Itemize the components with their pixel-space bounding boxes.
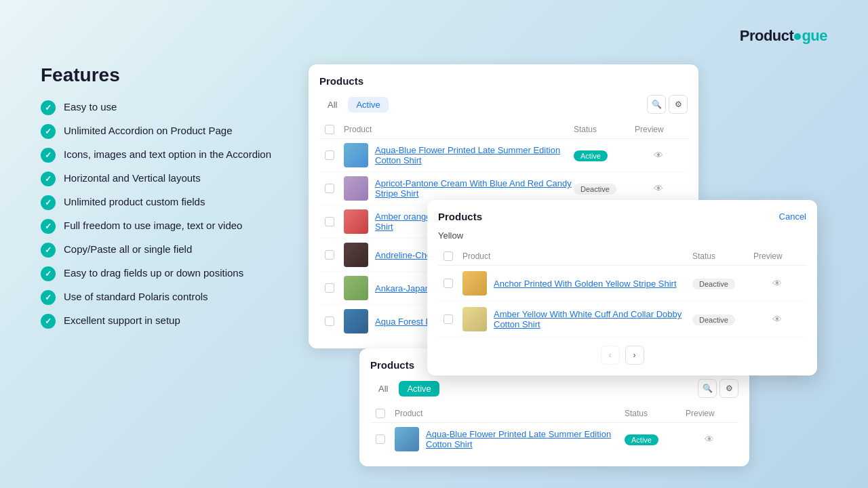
filter-label: Yellow (438, 230, 806, 241)
bottom-tab-actions: 🔍 ⚙ (698, 379, 738, 398)
row-checkbox[interactable] (443, 314, 453, 324)
product-name-link[interactable]: Apricot-Pantone Cream With Blue And Red … (375, 178, 574, 199)
status-badge: Deactive (574, 184, 616, 195)
check-icon (41, 171, 56, 186)
table-row: Anchor Printed With Golden Yellow Stripe… (438, 266, 806, 302)
logo-dot-icon (794, 33, 801, 40)
features-section: Features Easy to use Unlimited Accordion… (41, 64, 298, 337)
check-icon (41, 266, 56, 281)
row-checkbox[interactable] (325, 150, 334, 160)
feature-item: Use of standard Polaris controls (41, 289, 298, 305)
check-icon (41, 148, 56, 163)
feature-text: Unlimited product custom fields (64, 195, 205, 209)
feature-item: Full freedom to use image, text or video (41, 218, 298, 234)
bottom-tab-active[interactable]: Active (399, 381, 439, 396)
product-thumbnail (344, 209, 368, 234)
table-row: Aqua-Blue Flower Printed Late Summer Edi… (319, 139, 688, 172)
cancel-button[interactable]: Cancel (779, 211, 806, 222)
feature-item: Unlimited Accordion on Product Page (41, 123, 298, 139)
product-name-link[interactable]: Aqua-Blue Flower Printed Late Summer Edi… (375, 145, 574, 165)
row-checkbox[interactable] (443, 279, 453, 288)
feature-item: Easy to use (41, 100, 298, 115)
product-info: Aqua-Blue Flower Printed Late Summer Edi… (344, 143, 574, 167)
row-checkbox[interactable] (325, 217, 334, 226)
bottom-tab-all[interactable]: All (370, 381, 396, 396)
next-page-button[interactable]: › (625, 346, 644, 365)
product-info: Apricot-Pantone Cream With Blue And Red … (344, 176, 574, 201)
yellow-filter-modal: Products Cancel Yellow Product Status Pr… (427, 200, 817, 375)
check-icon (41, 124, 56, 139)
preview-eye-icon[interactable]: 👁 (635, 183, 682, 194)
checkbox-header (325, 125, 344, 134)
preview-eye-icon[interactable]: 👁 (635, 150, 682, 161)
status-col-header: Status (692, 251, 753, 261)
product-col-header: Product (395, 409, 625, 418)
product-info: Aqua-Blue Flower Printed Late Summer Edi… (395, 427, 625, 451)
product-thumbnail (344, 309, 368, 333)
table-header: Product Status Preview (319, 121, 688, 139)
product-info: Amber Yellow With White Cuff And Collar … (462, 307, 692, 331)
main-panel-title: Products (319, 75, 688, 87)
feature-text: Unlimited Accordion on Product Page (64, 123, 232, 138)
feature-item: Icons, images and text option in the Acc… (41, 147, 298, 163)
preview-eye-icon[interactable]: 👁 (753, 278, 801, 289)
preview-col-header: Preview (686, 409, 733, 418)
product-thumbnail (462, 307, 487, 331)
status-badge: Deactive (692, 314, 735, 325)
feature-item: Unlimited product custom fields (41, 195, 298, 210)
check-icon (41, 195, 56, 210)
modal-title: Products (438, 211, 482, 222)
bottom-search-button[interactable]: 🔍 (698, 379, 717, 398)
product-thumbnail (344, 143, 368, 167)
tab-active[interactable]: Active (348, 97, 388, 113)
row-checkbox[interactable] (376, 434, 385, 444)
row-checkbox[interactable] (325, 283, 334, 293)
select-all-checkbox[interactable] (376, 409, 385, 418)
bottom-filter-button[interactable]: ⚙ (719, 379, 738, 398)
feature-text: Horizontal and Vertical layouts (64, 171, 201, 185)
check-icon (41, 314, 56, 329)
table-row: Amber Yellow With White Cuff And Collar … (438, 302, 806, 338)
feature-text: Copy/Paste all or single field (64, 242, 192, 256)
row-checkbox[interactable] (325, 250, 334, 260)
pagination: ‹ › (438, 346, 806, 365)
product-name-link[interactable]: Amber Yellow With White Cuff And Collar … (494, 309, 692, 329)
status-badge: Active (574, 150, 608, 161)
status-badge: Active (625, 434, 658, 445)
filter-button[interactable]: ⚙ (669, 95, 688, 114)
logo: Productgue (740, 27, 827, 45)
feature-text: Use of standard Polaris controls (64, 289, 208, 304)
feature-item: Excellent support in setup (41, 313, 298, 329)
search-button[interactable]: 🔍 (647, 95, 666, 114)
prev-page-button[interactable]: ‹ (601, 346, 620, 365)
preview-eye-icon[interactable]: 👁 (686, 434, 733, 445)
product-thumbnail (395, 427, 419, 451)
bottom-table-header: Product Status Preview (370, 405, 738, 423)
main-tab-bar: All Active (319, 97, 389, 113)
row-checkbox[interactable] (325, 184, 334, 193)
product-thumbnail (344, 276, 368, 300)
product-thumbnail (344, 176, 368, 201)
product-thumbnail (344, 243, 368, 267)
feature-text: Easy to use (64, 100, 117, 114)
preview-col-header: Preview (753, 251, 801, 261)
tab-all[interactable]: All (319, 97, 345, 113)
feature-item: Horizontal and Vertical layouts (41, 171, 298, 186)
product-name-link[interactable]: Aqua-Blue Flower Printed Late Summer Edi… (426, 429, 625, 449)
feature-text: Easy to drag fields up or down positions (64, 266, 243, 280)
check-icon (41, 100, 56, 115)
check-icon (41, 243, 56, 258)
feature-text: Excellent support in setup (64, 313, 180, 327)
select-all-checkbox[interactable] (443, 251, 453, 261)
row-checkbox[interactable] (325, 317, 334, 326)
tab-actions: 🔍 ⚙ (647, 95, 688, 114)
features-title: Features (41, 64, 298, 86)
bottom-tab-bar: All Active (370, 381, 439, 396)
product-col-header: Product (462, 251, 692, 261)
feature-text: Icons, images and text option in the Acc… (64, 147, 271, 161)
modal-header: Products Cancel (438, 211, 806, 222)
preview-eye-icon[interactable]: 👁 (753, 314, 801, 325)
product-name-link[interactable]: Anchor Printed With Golden Yellow Stripe… (494, 279, 677, 289)
logo-text-suffix: gue (802, 27, 827, 44)
status-badge: Deactive (692, 279, 735, 289)
